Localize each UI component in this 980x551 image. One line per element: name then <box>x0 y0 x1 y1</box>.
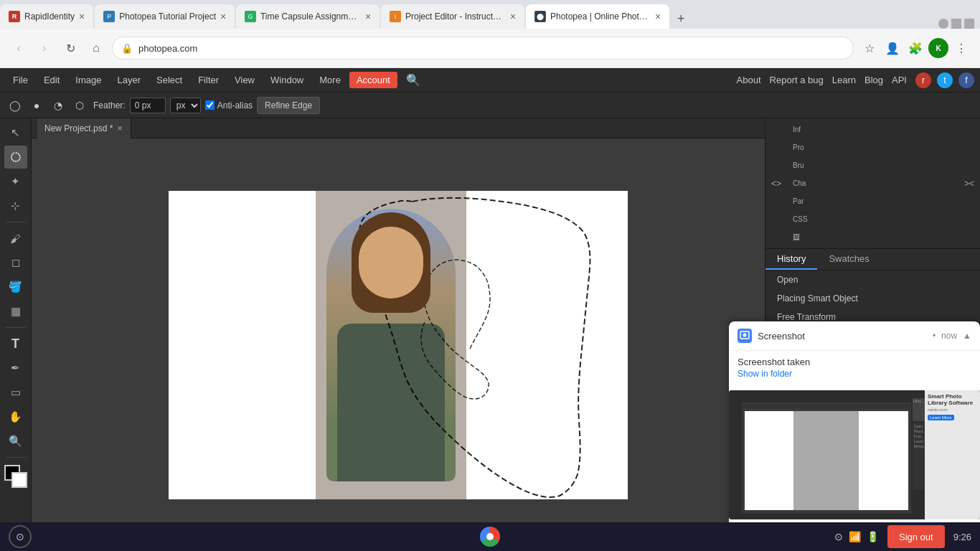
extension-puzzle[interactable]: 🧩 <box>905 38 925 58</box>
facebook-icon[interactable]: f <box>958 72 974 88</box>
reddit-icon[interactable]: r <box>915 72 931 88</box>
taskbar-start-button[interactable]: ⊙ <box>9 525 32 548</box>
menu-api[interactable]: API <box>892 75 907 85</box>
menu-learn[interactable]: Learn <box>832 75 856 85</box>
tool-lasso[interactable] <box>4 146 27 169</box>
panel-btn-inf[interactable]: Inf <box>787 121 814 138</box>
menu-more[interactable]: More <box>312 72 348 88</box>
tab-close-2[interactable]: × <box>220 11 226 22</box>
history-item-open[interactable]: Open <box>765 270 980 289</box>
toolbar: ◯ ● ◔ ⬡ Feather: px Anti-alias Refine Ed… <box>0 93 980 118</box>
tab-project-editor[interactable]: I Project Editor - Instructables × <box>381 4 524 29</box>
menu-view[interactable]: View <box>227 72 262 88</box>
home-button[interactable]: ⌂ <box>86 38 106 58</box>
anti-alias-label: Anti-alias <box>205 100 253 110</box>
popup-show-folder[interactable]: Show in folder <box>738 369 971 379</box>
document-tab-close[interactable]: × <box>117 123 122 133</box>
kapersky-ext[interactable]: K <box>928 38 948 58</box>
app-container: File Edit Image Layer Select Filter View… <box>0 68 980 551</box>
tab-close-1[interactable]: × <box>79 11 85 22</box>
chrome-taskbar-icon[interactable] <box>480 527 500 547</box>
tool-gradient[interactable]: ▦ <box>4 300 27 323</box>
tab-time-capsule[interactable]: G Time Capsule Assignment - Go... × <box>236 4 380 29</box>
back-button[interactable]: ‹ <box>9 38 29 58</box>
tab-history[interactable]: History <box>765 249 817 270</box>
tool-type[interactable]: T <box>4 332 27 355</box>
feather-input[interactable] <box>130 98 166 113</box>
maximize-button[interactable] <box>951 19 961 29</box>
minimize-button[interactable] <box>938 19 948 29</box>
menu-report-bug[interactable]: Report a bug <box>770 75 824 85</box>
tool-move[interactable]: ↖ <box>4 121 27 144</box>
tab-title-5: Photopea | Online Photo Editor <box>550 11 651 22</box>
menu-window[interactable]: Window <box>263 72 311 88</box>
taskbar-center <box>480 527 500 547</box>
taskbar-system-icons: ⊙ 📶 🔋 <box>834 531 879 542</box>
menu-about[interactable]: About <box>737 75 761 85</box>
tab-close-4[interactable]: × <box>510 11 516 22</box>
menu-blog[interactable]: Blog <box>864 75 883 85</box>
menu-file[interactable]: File <box>6 72 35 88</box>
tool-pen[interactable]: ✒ <box>4 357 27 380</box>
refine-edge-button[interactable]: Refine Edge <box>257 97 320 114</box>
document-tab[interactable]: New Project.psd * × <box>37 118 131 138</box>
tool-crop[interactable]: ⊹ <box>4 194 27 217</box>
tool-zoom[interactable]: 🔍 <box>4 430 27 453</box>
background-color[interactable] <box>11 472 27 488</box>
menu-layer[interactable]: Layer <box>110 72 149 88</box>
sign-out-button[interactable]: Sign out <box>887 525 945 548</box>
tab-swatches[interactable]: Swatches <box>817 249 880 270</box>
forward-button[interactable]: › <box>34 38 55 58</box>
tab-close-5[interactable]: × <box>655 11 661 22</box>
tab-photopea-active[interactable]: ⬤ Photopea | Online Photo Editor × <box>526 4 669 29</box>
menu-filter[interactable]: Filter <box>191 72 226 88</box>
menu-account[interactable]: Account <box>349 72 397 88</box>
tool-eraser[interactable]: ◻ <box>4 251 27 274</box>
browser-chrome: R RapidIdentity × P Photopea Tutorial Pr… <box>0 0 980 68</box>
new-tab-button[interactable]: + <box>671 9 691 29</box>
feather-unit-select[interactable]: px <box>170 98 201 113</box>
expand-panel-right[interactable]: >< <box>958 174 980 193</box>
panel-btn-img[interactable]: 🖼 <box>787 229 814 245</box>
profile-button[interactable]: 👤 <box>882 38 903 58</box>
menu-search[interactable]: 🔍 <box>399 70 428 90</box>
address-bar[interactable]: 🔒 photopea.com <box>112 37 854 60</box>
panel-btn-pro[interactable]: Pro <box>787 139 814 156</box>
panel-btn-bru[interactable]: Bru <box>787 157 814 174</box>
menu-edit[interactable]: Edit <box>37 72 67 88</box>
canvas-content <box>169 191 628 499</box>
history-item-smart-object[interactable]: Placing Smart Object <box>765 289 980 308</box>
toolbar-btn-circle-fill[interactable]: ● <box>27 96 46 115</box>
toolbar-btn-ellipse[interactable]: ◯ <box>6 96 24 115</box>
toolbar-btn-arc[interactable]: ◔ <box>49 96 67 115</box>
tool-magic-wand[interactable]: ✦ <box>4 170 27 193</box>
tab-rapididentity[interactable]: R RapidIdentity × <box>0 4 93 29</box>
canvas-viewport[interactable] <box>32 138 765 551</box>
tools-sidebar: ↖ ✦ ⊹ 🖌 ◻ 🪣 ▦ T ✒ ▭ ✋ 🔍 <box>0 118 32 551</box>
tool-brush[interactable]: 🖌 <box>4 227 27 250</box>
refresh-button[interactable]: ↻ <box>60 38 80 58</box>
panel-btn-cha[interactable]: Cha <box>787 175 814 192</box>
history-item-free-transform-label: Free Transform <box>777 312 836 322</box>
more-extensions[interactable]: ⋮ <box>951 38 971 58</box>
menu-select[interactable]: Select <box>149 72 189 88</box>
close-button[interactable] <box>964 19 974 29</box>
tool-shape[interactable]: ▭ <box>4 381 27 404</box>
twitter-icon[interactable]: t <box>937 72 953 88</box>
anti-alias-checkbox[interactable] <box>205 100 215 110</box>
bookmark-button[interactable]: ☆ <box>859 38 880 58</box>
browser-controls: ‹ › ↻ ⌂ 🔒 photopea.com ☆ 👤 🧩 K ⋮ <box>0 29 980 68</box>
tab-close-3[interactable]: × <box>365 11 371 22</box>
panel-btn-par[interactable]: Par <box>787 193 814 209</box>
collapse-panel-left[interactable]: <> <box>765 174 787 193</box>
popup-chevron-icon[interactable]: ▲ <box>963 331 971 341</box>
tool-hand[interactable]: ✋ <box>4 405 27 428</box>
panel-btn-css[interactable]: CSS <box>787 211 814 227</box>
chrome-inner-circle <box>486 533 494 540</box>
tool-fill[interactable]: 🪣 <box>4 276 27 298</box>
tab-photopea-tutorial[interactable]: P Photopea Tutorial Project × <box>95 4 235 29</box>
history-swatches-tabs: History Swatches <box>765 249 980 270</box>
tab-bar: R RapidIdentity × P Photopea Tutorial Pr… <box>0 0 980 29</box>
toolbar-btn-poly[interactable]: ⬡ <box>70 96 89 115</box>
menu-image[interactable]: Image <box>68 72 108 88</box>
